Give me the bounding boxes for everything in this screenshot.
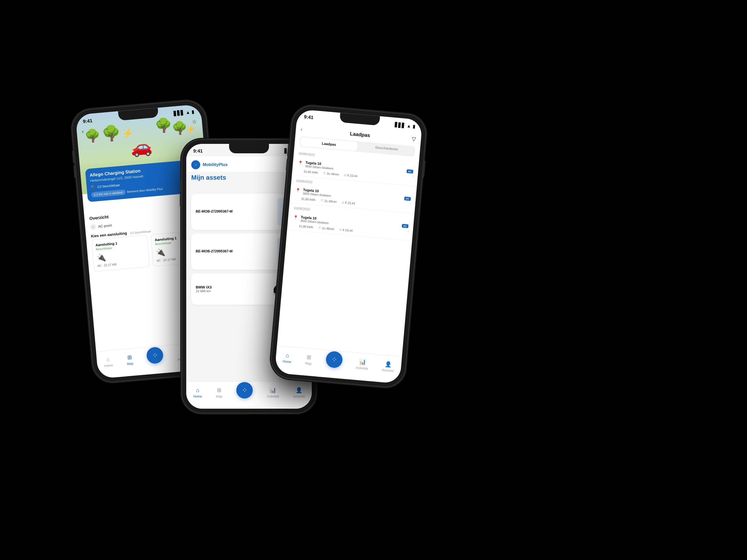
kwh-stat-2: 31,80 kWh	[301, 197, 315, 202]
cost-value-3: € 23,44	[343, 228, 353, 233]
kwh-stat-3: 31,80 kWh	[299, 224, 313, 229]
asset-car-km: 15 896 km	[196, 289, 270, 293]
kwh-stat-1: 31,80 kWh	[304, 170, 318, 175]
location-icon-1: 📍	[298, 160, 303, 165]
location-icon-2: 📍	[295, 188, 301, 193]
duration-value-3: 2u 48min	[322, 226, 334, 231]
asset-info-1: BE-MOB-272995367-M	[196, 209, 277, 214]
home-icon-mid: ⌂	[196, 387, 199, 394]
home-icon-right: ⌂	[286, 352, 290, 359]
app-name: MobilityPlus	[203, 162, 228, 167]
chevron-2: ›	[410, 202, 412, 206]
kwh-value-2: 31,80 kWh	[301, 197, 315, 202]
ev-car-icon: 🚗	[129, 136, 153, 158]
activiteit-icon-right: 📊	[359, 358, 366, 365]
right-phone-screen: 9:41 ▋▋▋ ▲ ▮ ‹ Laadpas ▽ Laadpas Geschie…	[275, 109, 423, 384]
duration-stat-2: ⏱ 2u 48min	[320, 198, 337, 204]
duration-value-2: 2u 48min	[324, 199, 337, 204]
ac-icon: ⚡	[90, 223, 96, 230]
cost-icon-3: ◎	[339, 228, 342, 232]
bottom-nav-mid: ⌂ Home ⊞ Map ⁘ 📊 Activiteit 👤 Account	[186, 381, 312, 409]
cost-value-1: € 23,44	[347, 174, 358, 178]
nav-account-label-mid: Account	[293, 395, 305, 398]
cost-icon-1: ◎	[344, 173, 346, 177]
notch-mid	[229, 144, 269, 153]
account-icon-right: 👤	[385, 361, 392, 368]
aansluiting-1-plug-icon: 🔌	[96, 249, 145, 262]
nav-map-label-right: Map	[305, 362, 312, 366]
asset-id-1: BE-MOB-272995367-M	[196, 209, 277, 213]
nav-map-right[interactable]: ⊞ Map	[305, 354, 312, 366]
nav-account-right[interactable]: 👤 Account	[382, 361, 394, 373]
charge-station-icon-2: ⚡	[185, 125, 196, 134]
nav-map-left[interactable]: ⊞ Map	[126, 354, 133, 366]
back-button-right[interactable]: ‹	[301, 127, 308, 132]
kwh-value-3: 31,80 kWh	[299, 224, 313, 229]
cost-value-2: € 23,44	[345, 201, 355, 205]
clock-icon-3: ⏱	[318, 226, 321, 230]
kwh-value-1: 31,80 kWh	[304, 170, 318, 175]
status-icons: ▋▋▋ ▲ ▮	[174, 109, 194, 116]
nav-map-mid[interactable]: ⊞ Map	[216, 387, 222, 398]
asset-car-name: BMW iX3	[196, 285, 270, 289]
tree-left: 🌳	[84, 128, 101, 143]
nav-activiteit-label-right: Activiteit	[356, 366, 368, 370]
nav-home-left[interactable]: ⌂ Home	[104, 356, 113, 368]
battery-icon: ▮	[191, 109, 194, 115]
beschikbaar-count: 1/2 beschikbaar	[130, 230, 151, 235]
plug-icon: 🔌	[91, 185, 96, 190]
duration-stat-3: ⏱ 2u 48min	[318, 226, 334, 231]
duration-value-1: 2u 48min	[327, 172, 339, 176]
status-time: 9:41	[83, 118, 93, 124]
volume-up-button-mid[interactable]	[180, 179, 182, 192]
status-time-right: 9:41	[304, 114, 314, 120]
wifi-icon-right: ▲	[406, 123, 411, 129]
account-icon-mid: 👤	[295, 387, 302, 394]
mijn-assets-title: Mijn assets	[191, 174, 226, 182]
signal-icon-right: ▋▋▋	[395, 122, 406, 128]
nav-activiteit-right[interactable]: 📊 Activiteit	[356, 358, 369, 371]
distance-pill: 4,2 km van u vandaan	[91, 189, 126, 198]
volume-down-button[interactable]	[73, 165, 76, 178]
status-time-mid: 9:41	[193, 148, 203, 154]
nav-home-label-mid: Home	[193, 395, 202, 398]
tree-mid-left: 🌳	[101, 124, 122, 143]
transaction-list: 03/06/2022 📍 Tugela 10 3650 Dilsen-Stokk…	[277, 148, 419, 356]
bookmark-button[interactable]: ☆	[192, 118, 197, 126]
nav-activiteit-mid[interactable]: 📊 Activiteit	[267, 387, 279, 398]
nav-fab-left[interactable]: ⁘	[146, 346, 164, 364]
nav-home-label-right: Home	[282, 359, 291, 364]
mobility-logo: ⁘	[191, 160, 200, 169]
volume-down-button-mid[interactable]	[180, 194, 182, 207]
cost-stat-2: ◎ € 23,44	[341, 201, 355, 205]
volume-up-button[interactable]	[72, 151, 75, 163]
map-icon-mid: ⊞	[217, 387, 221, 394]
charge-station-icon-1: ⚡	[122, 128, 133, 139]
nav-fab-mid[interactable]: ⁘	[236, 382, 253, 398]
asset-id-2: BE-MOB-272995367-M	[196, 249, 277, 253]
power-button-right[interactable]	[422, 161, 426, 178]
nav-home-right[interactable]: ⌂ Home	[282, 352, 292, 364]
cost-icon-2: ◎	[341, 201, 344, 204]
duration-stat-1: ⏱ 2u 48min	[323, 171, 339, 177]
cost-stat-1: ◎ € 23,44	[344, 173, 358, 178]
nav-fab-right[interactable]: ⁘	[326, 350, 343, 368]
home-icon: ⌂	[106, 356, 110, 363]
ac-tag-1: AC	[406, 169, 413, 174]
wifi-icon: ▲	[185, 109, 190, 115]
nav-home-mid[interactable]: ⌂ Home	[193, 387, 202, 398]
nav-account-mid[interactable]: 👤 Account	[293, 387, 305, 398]
asset-info-3: BMW iX3 15 896 km	[196, 285, 270, 293]
nav-home-label: Home	[104, 364, 113, 368]
phone-right: 9:41 ▋▋▋ ▲ ▮ ‹ Laadpas ▽ Laadpas Geschie…	[270, 104, 428, 389]
location-icon-3: 📍	[293, 215, 299, 220]
map-icon: ⊞	[127, 354, 132, 361]
map-icon-right: ⊞	[307, 354, 311, 361]
cost-stat-3: ◎ € 23,44	[339, 228, 353, 233]
nav-account-label-right: Account	[382, 368, 394, 373]
status-icons-right: ▋▋▋ ▲ ▮	[395, 122, 415, 129]
filter-icon[interactable]: ▽	[411, 136, 416, 142]
chevron-3: ›	[407, 229, 409, 233]
aansluiting-card-1[interactable]: Aansluiting 1 Beschikbaar 🔌 AC · 22.17 k…	[92, 235, 150, 272]
nav-map-label-mid: Map	[216, 395, 222, 398]
